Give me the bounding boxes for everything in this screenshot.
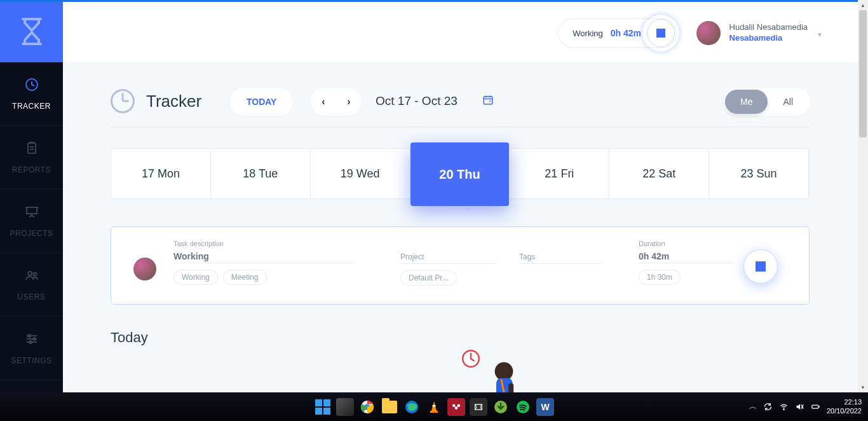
- field-label: Task description: [173, 240, 355, 247]
- taskbar-files[interactable]: [381, 398, 398, 416]
- nav-label: USERS: [18, 293, 46, 301]
- tray-time: 22:13: [827, 398, 862, 407]
- tags-input[interactable]: [519, 263, 602, 264]
- taskbar-edge[interactable]: [403, 398, 421, 416]
- today-heading: Today: [111, 329, 148, 346]
- user-menu[interactable]: Hudalil Nesabamedia Nesabamedia ▼: [696, 21, 823, 45]
- date-nav-arrows: ‹ ›: [311, 88, 362, 116]
- day-tab[interactable]: 17 Mon: [111, 149, 211, 198]
- taskbar-mendeley[interactable]: [447, 398, 465, 416]
- windows-taskbar: W ︿ 22:13 20/10/2022: [0, 392, 868, 421]
- task-chip[interactable]: Meeting: [223, 270, 267, 285]
- day-tab[interactable]: 22 Sat: [609, 149, 709, 198]
- scrollbar[interactable]: ▲ ▼: [858, 0, 868, 392]
- prev-week-button[interactable]: ‹: [311, 88, 336, 116]
- timer-value: 0h 42m: [611, 28, 641, 38]
- tracking-card: Task description Working Working Meeting…: [111, 226, 810, 305]
- svg-rect-20: [433, 405, 436, 407]
- nav-settings[interactable]: SETTINGS: [0, 317, 63, 380]
- svg-rect-29: [812, 405, 818, 408]
- browser-top-accent: [0, 0, 858, 2]
- card-stop-button[interactable]: [744, 250, 777, 283]
- day-tab[interactable]: 19 Wed: [311, 149, 410, 198]
- tray-wifi-icon[interactable]: [779, 402, 789, 411]
- taskbar-spotify[interactable]: [514, 398, 532, 416]
- divider: [111, 127, 810, 127]
- svg-point-3: [28, 272, 32, 275]
- avatar: [133, 258, 156, 280]
- next-week-button[interactable]: ›: [336, 88, 362, 116]
- svg-point-23: [458, 404, 461, 407]
- tray-sync-icon[interactable]: [763, 402, 773, 411]
- segment-all[interactable]: All: [768, 90, 808, 114]
- svg-point-24: [455, 406, 458, 410]
- sidebar: TRACKER REPORTS PROJECTS USERS SETTINGS: [0, 0, 63, 392]
- day-tab-active[interactable]: 20 Thu: [410, 142, 510, 206]
- task-chip[interactable]: Working: [173, 270, 218, 285]
- nav-reports[interactable]: REPORTS: [0, 126, 63, 190]
- calendar-icon: [482, 94, 494, 106]
- header-stop-button[interactable]: [648, 20, 674, 46]
- hourglass-icon: [19, 17, 44, 46]
- nav-projects[interactable]: PROJECTS: [0, 190, 63, 253]
- svg-point-4: [33, 273, 36, 276]
- tray-clock[interactable]: 22:13 20/10/2022: [827, 398, 862, 416]
- taskbar-start-button[interactable]: [314, 398, 332, 416]
- svg-rect-15: [508, 383, 513, 392]
- duration-input[interactable]: 0h 42m: [639, 250, 734, 263]
- svg-point-10: [463, 350, 479, 367]
- svg-point-13: [495, 362, 513, 381]
- task-field: Task description Working Working Meeting: [173, 240, 355, 285]
- svg-point-28: [783, 409, 784, 410]
- presentation-icon: [24, 204, 39, 221]
- tray-chevron-up-icon[interactable]: ︿: [749, 401, 757, 412]
- segment-me[interactable]: Me: [725, 90, 768, 114]
- tray-date: 20/10/2022: [827, 407, 862, 416]
- duration-field: Duration 0h 42m 1h 30m: [639, 240, 734, 285]
- project-input[interactable]: [400, 263, 496, 264]
- nav-label: PROJECTS: [10, 229, 53, 238]
- nav-users[interactable]: USERS: [0, 253, 63, 317]
- duration-chip[interactable]: 1h 30m: [639, 270, 681, 285]
- day-tab[interactable]: 21 Fri: [510, 149, 609, 198]
- scroll-up-button[interactable]: ▲: [858, 0, 868, 10]
- today-button[interactable]: TODAY: [230, 88, 293, 116]
- scrollbar-thumb[interactable]: [859, 10, 867, 137]
- taskbar-chrome[interactable]: [358, 398, 376, 416]
- calendar-button[interactable]: [482, 94, 494, 108]
- page-title: Tracker: [146, 92, 201, 111]
- tray-volume-icon[interactable]: [795, 402, 804, 411]
- tray-battery-icon[interactable]: [811, 402, 820, 411]
- date-range: Oct 17 - Oct 23: [376, 94, 458, 108]
- svg-rect-1: [28, 143, 36, 153]
- svg-point-22: [452, 404, 456, 407]
- page-content: Tracker TODAY ‹ › Oct 17 - Oct 23 Me All…: [63, 62, 858, 392]
- user-company: Nesabamedia: [729, 33, 808, 44]
- taskbar-video-editor[interactable]: [470, 398, 487, 416]
- day-tab[interactable]: 18 Tue: [211, 149, 311, 198]
- svg-rect-25: [475, 404, 482, 410]
- project-chip[interactable]: Default Pr...: [400, 270, 457, 286]
- taskbar-idm[interactable]: [492, 398, 510, 416]
- taskbar-tray: ︿ 22:13 20/10/2022: [749, 398, 862, 416]
- clipboard-icon: [24, 141, 39, 158]
- clock-icon: [24, 77, 39, 94]
- taskbar-task-view[interactable]: [336, 398, 354, 416]
- svg-rect-21: [430, 411, 438, 413]
- app-logo[interactable]: [0, 0, 63, 62]
- field-label: Project: [400, 252, 496, 261]
- task-input[interactable]: Working: [173, 250, 355, 263]
- nav-label: SETTINGS: [11, 356, 51, 365]
- day-tab[interactable]: 23 Sun: [709, 149, 809, 198]
- scroll-down-button[interactable]: ▼: [858, 382, 868, 392]
- timer-status: Working: [573, 29, 602, 38]
- day-tabs: 17 Mon 18 Tue 19 Wed 20 Thu 21 Fri 22 Sa…: [111, 148, 810, 199]
- field-label: Tags: [519, 252, 602, 261]
- stop-icon: [756, 261, 766, 272]
- taskbar-vlc[interactable]: [425, 398, 443, 416]
- nav-tracker[interactable]: TRACKER: [0, 62, 63, 126]
- taskbar-word[interactable]: W: [536, 398, 554, 416]
- taskbar-center: W: [314, 398, 554, 416]
- svg-rect-30: [818, 406, 819, 408]
- user-fullname: Hudalil Nesabamedia: [729, 22, 808, 33]
